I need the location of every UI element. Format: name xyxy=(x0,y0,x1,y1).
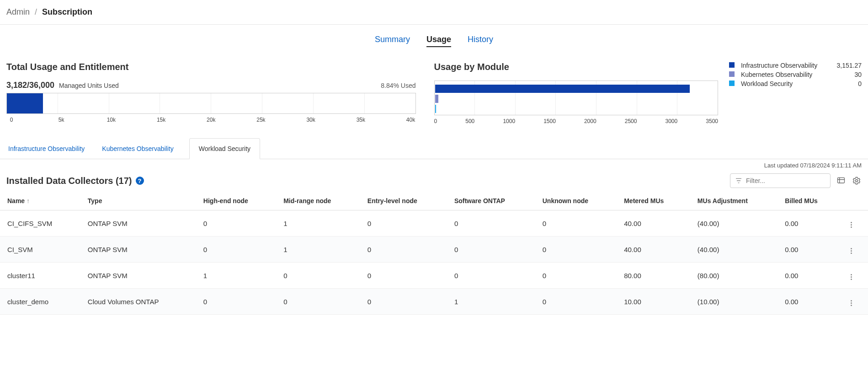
total-usage-panel: Total Usage and Entitlement 3,182/36,000… xyxy=(6,57,434,124)
legend-item-k8s: Kubernetes Observability 30 xyxy=(729,71,862,78)
gear-icon[interactable] xyxy=(852,176,862,186)
module-chart-bars xyxy=(434,81,719,115)
row-kebab-icon[interactable] xyxy=(849,298,854,308)
legend-item-ws: Workload Security 0 xyxy=(729,80,862,87)
table-row[interactable]: CI_SVMONTAP SVM0100040.00(40.00)0.00 xyxy=(0,237,868,263)
svg-point-1 xyxy=(856,180,858,182)
breadcrumb-root[interactable]: Admin xyxy=(6,7,30,16)
row-kebab-icon[interactable] xyxy=(849,220,854,230)
table-cell: (10.00) xyxy=(690,289,777,315)
table-cell: CI_SVM xyxy=(0,237,80,263)
filter-input[interactable] xyxy=(745,177,825,185)
table-cell: 0 xyxy=(360,263,447,289)
module-legend: Infrastructure Observability 3,151.27 Ku… xyxy=(729,62,862,124)
legend-swatch-icon xyxy=(729,81,735,86)
table-cell: 0 xyxy=(535,237,617,263)
table-cell: 0 xyxy=(196,210,276,237)
table-cell: 1 xyxy=(447,289,535,315)
table-cell: 80.00 xyxy=(617,263,690,289)
col-midrange[interactable]: Mid-range node xyxy=(276,192,360,210)
table-cell: 0.00 xyxy=(777,263,841,289)
last-updated: Last updated 07/18/2024 9:11:11 AM xyxy=(0,159,868,169)
table-cell: ONTAP SVM xyxy=(80,210,196,237)
table-cell: Cloud Volumes ONTAP xyxy=(80,289,196,315)
table-cell: 0 xyxy=(196,289,276,315)
legend-item-infra: Infrastructure Observability 3,151.27 xyxy=(729,62,862,69)
table-cell: 1 xyxy=(196,263,276,289)
table-cell: ONTAP SVM xyxy=(80,263,196,289)
col-type[interactable]: Type xyxy=(80,192,196,210)
table-cell: 0 xyxy=(535,289,617,315)
table-cell: 0 xyxy=(276,263,360,289)
breadcrumb-current: Subscription xyxy=(42,7,92,16)
usage-summary-line: 3,182/36,000 Managed Units Used 8.84% Us… xyxy=(6,81,416,90)
legend-swatch-icon xyxy=(729,62,735,68)
svg-rect-0 xyxy=(838,177,845,183)
table-cell: cluster11 xyxy=(0,263,80,289)
table-cell: 1 xyxy=(276,210,360,237)
col-software[interactable]: Software ONTAP xyxy=(447,192,535,210)
subtab-ws[interactable]: Workload Security xyxy=(189,138,260,159)
col-name[interactable]: Name xyxy=(0,192,80,210)
usage-ratio-label: Managed Units Used xyxy=(59,82,119,89)
col-highend[interactable]: High-end node xyxy=(196,192,276,210)
table-cell: 0 xyxy=(447,263,535,289)
usage-progress-fill xyxy=(7,93,43,113)
usage-progress-bar xyxy=(6,93,416,114)
table-cell: (80.00) xyxy=(690,263,777,289)
table-cell: 0 xyxy=(196,237,276,263)
col-metered[interactable]: Metered MUs xyxy=(617,192,690,210)
table-cell: (40.00) xyxy=(690,237,777,263)
usage-progress-axis: 0 5k 10k 15k 20k 25k 30k 35k 40k xyxy=(6,117,416,123)
table-cell: 40.00 xyxy=(617,210,690,237)
subtab-k8s[interactable]: Kubernetes Observability xyxy=(100,139,175,159)
usage-ratio: 3,182/36,000 xyxy=(6,81,54,90)
table-cell: 0 xyxy=(535,263,617,289)
table-cell: 0 xyxy=(360,237,447,263)
table-cell: ONTAP SVM xyxy=(80,237,196,263)
sub-tabs: Infrastructure Observability Kubernetes … xyxy=(0,138,868,159)
table-cell: 0.00 xyxy=(777,237,841,263)
col-unknown[interactable]: Unknown node xyxy=(535,192,617,210)
table-cell: 0 xyxy=(535,210,617,237)
row-kebab-icon[interactable] xyxy=(849,272,854,282)
module-chart: Usage by Module 0 500 1000 1500 2000 250… xyxy=(434,57,719,124)
table-cell: 0 xyxy=(360,210,447,237)
table-header: Installed Data Collectors (17) ? xyxy=(0,169,868,192)
table-cell: 0 xyxy=(276,289,360,315)
module-chart-axis: 0 500 1000 1500 2000 2500 3000 3500 xyxy=(434,118,719,124)
collectors-table: Name Type High-end node Mid-range node E… xyxy=(0,192,868,315)
usage-percent: 8.84% Used xyxy=(381,82,415,89)
module-bar-infra xyxy=(435,85,690,93)
table-cell: 1 xyxy=(276,237,360,263)
filter-input-wrapper[interactable] xyxy=(730,173,831,188)
table-tools xyxy=(730,173,862,188)
tab-history[interactable]: History xyxy=(468,35,493,47)
table-cell: 0 xyxy=(360,289,447,315)
top-tabs: Summary Usage History xyxy=(0,25,868,53)
export-icon[interactable] xyxy=(836,176,846,186)
table-row[interactable]: CI_CIFS_SVMONTAP SVM0100040.00(40.00)0.0… xyxy=(0,210,868,237)
module-bar-k8s xyxy=(435,95,438,103)
breadcrumb: Admin / Subscription xyxy=(0,0,868,25)
row-kebab-icon[interactable] xyxy=(849,246,854,256)
col-entry[interactable]: Entry-level node xyxy=(360,192,447,210)
breadcrumb-separator: / xyxy=(35,7,37,16)
table-cell: cluster_demo xyxy=(0,289,80,315)
table-cell: 0 xyxy=(447,237,535,263)
table-row[interactable]: cluster_demoCloud Volumes ONTAP0001010.0… xyxy=(0,289,868,315)
table-cell: 0.00 xyxy=(777,210,841,237)
tab-summary[interactable]: Summary xyxy=(375,35,410,47)
col-billed[interactable]: Billed MUs xyxy=(777,192,841,210)
module-bar-ws xyxy=(435,105,436,113)
tab-usage[interactable]: Usage xyxy=(426,35,451,47)
table-cell: 10.00 xyxy=(617,289,690,315)
subtab-infra[interactable]: Infrastructure Observability xyxy=(6,139,86,159)
module-chart-title: Usage by Module xyxy=(434,62,719,72)
table-row[interactable]: cluster11ONTAP SVM1000080.00(80.00)0.00 xyxy=(0,263,868,289)
table-cell: (40.00) xyxy=(690,210,777,237)
filter-icon xyxy=(735,177,742,184)
overview-section: Total Usage and Entitlement 3,182/36,000… xyxy=(0,53,868,138)
help-icon[interactable]: ? xyxy=(136,177,144,185)
col-adjust[interactable]: MUs Adjustment xyxy=(690,192,777,210)
